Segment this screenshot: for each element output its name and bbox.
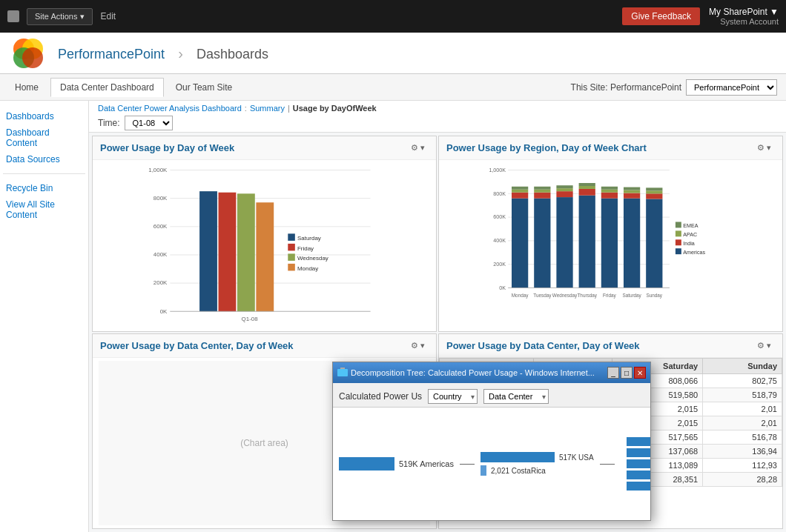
sidebar-section-main: Dashboards Dashboard Content Data Source… (0, 108, 88, 167)
popup-country-select[interactable]: Country (428, 389, 478, 404)
svg-text:200K: 200K (493, 262, 506, 267)
svg-text:Monday: Monday (512, 293, 529, 299)
svg-rect-71 (624, 187, 640, 190)
panel-bottom-left-settings[interactable]: ⚙ ▾ (407, 339, 429, 353)
my-sharepoint-menu[interactable]: My SharePoint ▼ System Account (709, 7, 779, 26)
popup-controls: Calculated Power Us Country ▾ Data Cente… (333, 383, 650, 408)
svg-text:India: India (683, 241, 695, 247)
svg-text:Saturday: Saturday (622, 293, 641, 299)
sharepoint-icon (7, 10, 19, 22)
svg-rect-27 (288, 253, 295, 261)
svg-rect-17 (199, 191, 217, 311)
svg-rect-45 (512, 190, 528, 193)
costarica-label: 2,021 CostaRica (491, 467, 546, 475)
svg-rect-74 (646, 193, 662, 199)
give-feedback-button[interactable]: Give Feedback (622, 7, 700, 25)
popup-datacenter-select[interactable]: Data Center (483, 389, 549, 404)
svg-rect-70 (624, 190, 640, 193)
panel-bottom-right-tools: ⚙ ▾ (753, 339, 775, 353)
root-node: 519K Americas (339, 457, 454, 471)
popup-close-button[interactable]: ✕ (634, 367, 646, 379)
svg-point-4 (22, 47, 43, 68)
level3-branches: 139K PacNW Prime 137K ChapelHill Comme..… (627, 437, 650, 491)
nav-our-team[interactable]: Our Team Site (170, 79, 238, 96)
decomp-popup-window: Decomposition Tree: Calculated Power Usa… (332, 362, 651, 521)
svg-rect-46 (512, 187, 528, 190)
edit-link[interactable]: Edit (100, 11, 116, 21)
svg-text:400K: 400K (493, 238, 506, 244)
panel-right-tools: ⚙ ▾ (753, 141, 775, 155)
svg-text:0K: 0K (499, 285, 506, 291)
app-name: PerformancePoint › Dashboards (53, 44, 273, 62)
panel-bottom-left-title: Power Usage by Data Center, Day of Week (100, 340, 294, 351)
sidebar-item-view-all[interactable]: View All Site Content (0, 196, 88, 223)
svg-rect-61 (579, 183, 595, 186)
svg-text:Friday: Friday (297, 245, 314, 252)
costarica-branch: 2,021 CostaRica (480, 465, 594, 476)
time-select-dropdown[interactable]: Q1-08 (125, 116, 173, 130)
level2-branches: 517K USA 2,021 CostaRica (480, 452, 594, 476)
panel-bottom-right-settings[interactable]: ⚙ ▾ (753, 339, 775, 353)
bottom2-bar (627, 482, 650, 491)
svg-rect-59 (579, 189, 595, 196)
usa-branch: 517K USA (480, 452, 594, 462)
svg-text:Friday: Friday (603, 293, 616, 299)
panel-left-settings[interactable]: ⚙ ▾ (407, 141, 429, 155)
svg-rect-65 (601, 190, 618, 193)
breadcrumb-summary-link[interactable]: Summary (250, 104, 285, 113)
panel-left-chart: Power Usage by Day of Week ⚙ ▾ 1,000K 80… (92, 136, 437, 332)
popup-title-text: Decomposition Tree: Calculated Power Usa… (351, 368, 595, 377)
sidebar-item-recycle-bin[interactable]: Recycle Bin (0, 180, 88, 196)
svg-rect-79 (676, 222, 681, 227)
svg-rect-88 (340, 368, 345, 369)
breadcrumb-dashboard-link[interactable]: Data Center Power Analysis Dashboard (98, 104, 242, 113)
site-selector-label: This Site: PerformancePoint (571, 82, 681, 93)
site-actions-label: Site Actions (35, 12, 77, 21)
svg-rect-0 (7, 10, 19, 22)
svg-text:800K: 800K (153, 195, 168, 202)
left-bar-chart: 1,000K 800K 600K 400K 200K 0K (99, 163, 430, 328)
popup-minimize-button[interactable]: _ (607, 367, 619, 379)
sidebar-item-dashboard-content[interactable]: Dashboard Content (0, 124, 88, 151)
sidebar-item-data-sources[interactable]: Data Sources (0, 151, 88, 167)
svg-rect-55 (556, 188, 572, 191)
panel-right-chart-area: 1,000K 800K 600K 400K 200K 0K (439, 160, 782, 331)
svg-rect-56 (556, 185, 572, 188)
svg-rect-87 (337, 369, 348, 376)
site-actions-button[interactable]: Site Actions ▾ (27, 8, 93, 25)
svg-rect-19 (237, 193, 255, 311)
panel-bottom-left-tools: ⚙ ▾ (407, 339, 429, 353)
sub-bar-row-5: 59K Bottom 2 (627, 482, 650, 491)
my-sharepoint-label: My SharePoint ▼ (709, 7, 779, 17)
sidebar-item-dashboards[interactable]: Dashboards (0, 108, 88, 124)
time-filter: Time: Q1-08 (98, 116, 777, 130)
svg-rect-64 (601, 193, 618, 199)
svg-rect-25 (288, 244, 295, 251)
svg-text:Tuesday: Tuesday (533, 293, 552, 299)
sidebar-divider (3, 173, 85, 174)
top-bar-left: Site Actions ▾ Edit (7, 8, 116, 25)
site-select-dropdown[interactable]: PerformancePoint (686, 79, 777, 96)
tree-connector-2 (600, 442, 615, 486)
nav-data-center[interactable]: Data Center Dashboard (50, 78, 164, 97)
svg-text:Monday: Monday (297, 265, 318, 272)
col-sunday: Sunday (703, 358, 782, 373)
right-stacked-chart: 1,000K 800K 600K 400K 200K 0K (445, 163, 776, 328)
svg-text:600K: 600K (493, 214, 506, 220)
popup-country-select-wrapper: Country ▾ (428, 389, 478, 404)
svg-rect-58 (579, 196, 595, 288)
svg-text:EMEA: EMEA (683, 223, 698, 229)
nav-home[interactable]: Home (9, 79, 44, 96)
svg-text:APAC: APAC (683, 232, 697, 238)
svg-text:Saturday: Saturday (297, 235, 321, 242)
panel-left-tools: ⚙ ▾ (407, 141, 429, 155)
sub-bar-row-4: 69K PacNW Commerci... (627, 471, 650, 479)
breadcrumb-bar: Data Center Power Analysis Dashboard : S… (89, 101, 786, 133)
root-bar-row: 519K Americas (339, 457, 454, 471)
panel-right-settings[interactable]: ⚙ ▾ (753, 141, 775, 155)
svg-text:1,000K: 1,000K (148, 167, 168, 173)
popup-maximize-button[interactable]: □ (621, 367, 633, 379)
svg-rect-66 (601, 187, 618, 190)
usa-bar (480, 452, 555, 462)
costarica-bar (480, 465, 486, 476)
